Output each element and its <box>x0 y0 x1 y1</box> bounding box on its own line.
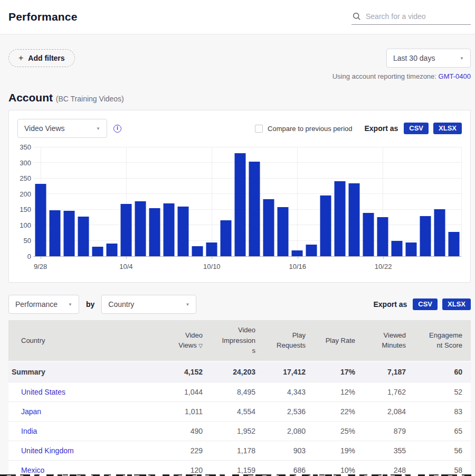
metric-select[interactable]: Video Views ▼ <box>17 119 107 138</box>
x-tick-mark <box>298 257 298 259</box>
section-title: Account <box>8 91 53 104</box>
chart-bar <box>434 209 445 256</box>
chart-card: Video Views ▼ i Compare to previous peri… <box>8 110 471 283</box>
breakdown-metric-value: Performance <box>15 300 58 309</box>
value-cell: 7,187 <box>364 361 414 382</box>
chart-bar <box>349 183 360 256</box>
chevron-down-icon: ▼ <box>96 126 100 131</box>
chart-bar <box>220 220 231 256</box>
x-tick-mark <box>126 257 127 259</box>
video-search[interactable] <box>352 9 471 25</box>
chart-bar <box>278 207 289 256</box>
breakdown-controls: Performance ▼ by Country ▼ Export as CSV… <box>8 295 471 314</box>
column-header-play-requests[interactable]: Play Requests <box>264 320 314 361</box>
column-header-video-impressions[interactable]: Video Impressions <box>211 320 264 361</box>
country-link[interactable]: India <box>21 427 37 435</box>
chart-bar <box>292 250 303 256</box>
x-tick-label: 10/22 <box>375 263 392 270</box>
value-cell: 1,159 <box>211 460 264 476</box>
y-gridline <box>33 162 461 163</box>
add-filters-label: Add filters <box>28 54 64 62</box>
chart-bar <box>163 203 174 256</box>
value-cell: 8,495 <box>211 382 264 402</box>
country-link[interactable]: United States <box>21 388 65 396</box>
chevron-down-icon: ▼ <box>185 302 189 307</box>
country-link[interactable]: Mexico <box>21 466 44 474</box>
chart-bar <box>63 211 74 256</box>
column-header-video-views[interactable]: Video Views ▽ <box>158 320 211 361</box>
column-header-viewed-minutes[interactable]: Viewed Minutes <box>364 320 414 361</box>
country-cell: United Kingdom <box>8 441 158 460</box>
sort-desc-icon: ▽ <box>198 343 203 349</box>
column-header-country[interactable]: Country <box>8 320 158 361</box>
value-cell: 1,011 <box>158 402 211 421</box>
section-subtitle: (BC Training Videos) <box>56 95 124 103</box>
filters-row: + Add filters Last 30 days ▼ <box>8 49 471 68</box>
y-gridline <box>33 147 461 147</box>
date-range-select[interactable]: Last 30 days ▼ <box>386 49 471 68</box>
metric-select-value: Video Views <box>24 124 65 133</box>
section-heading: Account (BC Training Videos) <box>8 91 467 104</box>
export-csv-button[interactable]: CSV <box>413 298 438 310</box>
column-header-play-rate[interactable]: Play Rate <box>314 320 364 361</box>
value-cell: 2,084 <box>364 402 414 421</box>
chart-bar <box>363 213 374 256</box>
chart-bar <box>135 201 146 256</box>
chart-bar <box>49 210 60 256</box>
chevron-down-icon: ▼ <box>460 56 464 61</box>
chart-bar <box>377 217 388 256</box>
column-header-engagement-score[interactable]: Engagement Score <box>414 320 471 361</box>
value-cell: 490 <box>158 421 211 441</box>
country-link[interactable]: United Kingdom <box>21 446 74 455</box>
value-cell: 2,536 <box>264 402 314 421</box>
table-row: Japan1,0114,5542,53622%2,08483 <box>8 402 471 421</box>
table-row: United Kingdom2291,17890319%35556 <box>8 441 471 460</box>
country-table-body: Summary4,15224,20317,41217%7,18760United… <box>8 361 471 476</box>
value-cell: 1,952 <box>211 421 264 441</box>
chart-bar <box>106 244 117 256</box>
compare-checkbox[interactable] <box>255 125 263 133</box>
y-gridline <box>33 193 461 194</box>
chart-bar <box>449 232 460 256</box>
timezone-label: Using account reporting timezone: <box>332 72 436 80</box>
y-tick-label: 150 <box>20 206 31 213</box>
value-cell: 17,412 <box>264 361 314 382</box>
breakdown-dimension-select[interactable]: Country ▼ <box>101 295 196 314</box>
value-cell: 903 <box>264 441 314 460</box>
country-cell: Japan <box>8 402 158 421</box>
export-xlsx-button[interactable]: XLSX <box>433 123 462 134</box>
export-xlsx-button[interactable]: XLSX <box>442 298 471 310</box>
x-gridline <box>297 147 298 256</box>
value-cell: 879 <box>364 421 414 441</box>
chart-bar <box>306 245 317 256</box>
value-cell: 22% <box>314 402 364 421</box>
summary-label-cell: Summary <box>8 361 158 382</box>
value-cell: 355 <box>364 441 414 460</box>
export-csv-button[interactable]: CSV <box>404 123 429 134</box>
country-cell: United States <box>8 382 158 402</box>
y-tick-label: 50 <box>24 237 31 245</box>
value-cell: 4,554 <box>211 402 264 421</box>
chart-bar <box>206 242 217 256</box>
timezone-link[interactable]: GMT-0400 <box>439 72 471 80</box>
search-input[interactable] <box>366 12 470 21</box>
info-icon[interactable]: i <box>113 125 121 133</box>
summary-row: Summary4,15224,20317,41217%7,18760 <box>8 361 471 382</box>
value-cell: 686 <box>264 460 314 476</box>
chart-bar <box>335 181 346 256</box>
country-link[interactable]: Japan <box>21 407 41 416</box>
table-row: India4901,9522,08025%87965 <box>8 421 471 441</box>
chart-bar <box>420 216 431 257</box>
chart-x-axis: 9/2810/410/1010/1610/22 <box>33 257 462 274</box>
export-as-label: Export as <box>373 300 407 309</box>
x-tick-label: 10/4 <box>119 263 132 270</box>
chart-bar <box>177 207 188 256</box>
breakdown-metric-select[interactable]: Performance ▼ <box>8 295 79 314</box>
y-gridline <box>33 178 461 179</box>
by-label: by <box>86 300 94 309</box>
value-cell: 25% <box>314 421 364 441</box>
add-filters-button[interactable]: + Add filters <box>8 49 75 67</box>
date-range-value: Last 30 days <box>393 54 435 62</box>
value-cell: 19% <box>314 441 364 460</box>
table-row: United States1,0448,4954,34312%1,76252 <box>8 382 471 402</box>
